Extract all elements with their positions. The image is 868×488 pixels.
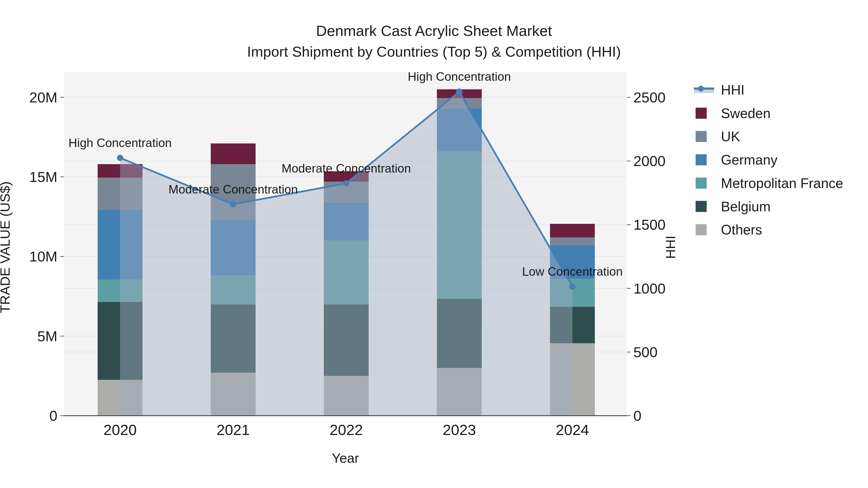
x-tick-label-2023: 2023 — [443, 422, 476, 438]
legend-item-sweden[interactable]: Sweden — [695, 105, 771, 121]
y-right-tick-label-2000: 2000 — [633, 153, 665, 169]
legend-swatch-belgium — [695, 201, 707, 212]
chart-canvas: High ConcentrationModerate Concentration… — [0, 0, 868, 488]
hhi-marker-2022 — [343, 180, 349, 187]
hhi-marker-2021 — [230, 201, 236, 207]
y-left-tick-label-20M: 20M — [29, 89, 57, 105]
figure-container: Denmark Cast Acrylic Sheet Market Import… — [0, 0, 868, 488]
legend-item-hhi[interactable]: HHI — [694, 82, 745, 98]
legend-item-others[interactable]: Others — [695, 222, 762, 237]
legend-label-sweden: Sweden — [721, 105, 771, 121]
legend-swatch-others — [695, 224, 707, 235]
legend-item-belgium[interactable]: Belgium — [695, 199, 771, 214]
legend-swatch-metropolitan-france — [695, 177, 707, 189]
legend-label-metropolitan-france: Metropolitan France — [721, 175, 843, 191]
legend-label-others: Others — [721, 222, 762, 237]
x-tick-label-2022: 2022 — [330, 422, 363, 438]
x-tick-label-2021: 2021 — [217, 422, 250, 438]
y-axis-title-left: TRADE VALUE (US$) — [0, 182, 12, 313]
hhi-marker-2024 — [569, 283, 576, 290]
annotation-2023: High Concentration — [408, 70, 511, 84]
legend-swatch-uk — [695, 131, 707, 142]
annotation-2020: High Concentration — [68, 136, 172, 150]
annotation-2024: Low Concentration — [522, 265, 623, 278]
y-left-tick-label-15M: 15M — [29, 169, 57, 185]
hhi-marker-2023 — [456, 89, 462, 95]
y-right-tick-label-500: 500 — [633, 344, 657, 360]
y-left-tick-label-0: 0 — [50, 408, 57, 424]
legend-swatch-sweden — [695, 108, 707, 119]
legend-label-hhi: HHI — [721, 82, 745, 98]
x-tick-label-2024: 2024 — [556, 422, 589, 438]
y-left-tick-label-10M: 10M — [29, 249, 57, 265]
legend-item-germany[interactable]: Germany — [695, 152, 778, 167]
bar-segment-uk-2024 — [550, 237, 595, 245]
bar-segment-sweden-2021 — [211, 143, 255, 164]
annotation-2022: Moderate Concentration — [282, 162, 411, 175]
x-axis-title: Year — [332, 450, 359, 465]
legend-label-uk: UK — [721, 129, 740, 144]
hhi-marker-2020 — [117, 155, 123, 161]
y-axis-title-right: HHI — [663, 236, 678, 259]
legend: HHISwedenUKGermanyMetropolitan FranceBel… — [694, 82, 843, 237]
legend-swatch-germany — [695, 154, 707, 165]
y-right-tick-label-2500: 2500 — [633, 89, 665, 105]
annotation-2021: Moderate Concentration — [168, 183, 298, 196]
y-right-tick-label-0: 0 — [633, 408, 641, 424]
y-left-tick-label-5M: 5M — [37, 328, 57, 345]
legend-label-belgium: Belgium — [721, 199, 771, 214]
y-right-tick-label-1000: 1000 — [633, 281, 665, 297]
legend-item-uk[interactable]: UK — [695, 129, 740, 144]
bar-segment-sweden-2024 — [550, 224, 595, 237]
legend-item-metropolitan-france[interactable]: Metropolitan France — [695, 175, 843, 191]
y-right-tick-label-1500: 1500 — [633, 217, 665, 233]
legend-label-germany: Germany — [721, 152, 778, 167]
legend-swatch-hhi-marker — [698, 86, 704, 92]
x-tick-label-2020: 2020 — [103, 422, 137, 438]
